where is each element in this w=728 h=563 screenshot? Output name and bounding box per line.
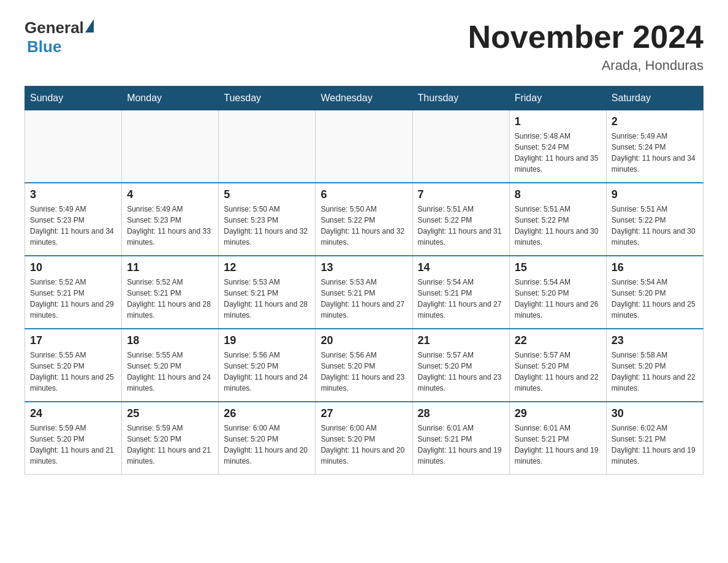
day-number: 10 (30, 261, 116, 274)
week-row-5: 24Sunrise: 5:59 AMSunset: 5:20 PMDayligh… (25, 402, 703, 475)
day-cell: 9Sunrise: 5:51 AMSunset: 5:22 PMDaylight… (606, 183, 703, 256)
day-info: Sunrise: 5:57 AMSunset: 5:20 PMDaylight:… (515, 350, 601, 394)
day-number: 27 (320, 407, 407, 420)
day-cell (25, 110, 122, 183)
day-info: Sunrise: 5:49 AMSunset: 5:24 PMDaylight:… (612, 131, 698, 175)
day-info: Sunrise: 5:49 AMSunset: 5:23 PMDaylight:… (30, 204, 116, 248)
day-info: Sunrise: 5:56 AMSunset: 5:20 PMDaylight:… (224, 350, 310, 394)
day-cell: 8Sunrise: 5:51 AMSunset: 5:22 PMDaylight… (509, 183, 606, 256)
day-info: Sunrise: 5:50 AMSunset: 5:22 PMDaylight:… (320, 204, 407, 248)
day-number: 30 (612, 407, 698, 420)
day-number: 11 (127, 261, 213, 274)
day-cell: 14Sunrise: 5:54 AMSunset: 5:21 PMDayligh… (412, 256, 509, 329)
day-number: 14 (418, 261, 504, 274)
title-section: November 2024 Arada, Honduras (468, 18, 703, 74)
day-info: Sunrise: 6:01 AMSunset: 5:21 PMDaylight:… (418, 423, 504, 467)
day-cell: 1Sunrise: 5:48 AMSunset: 5:24 PMDaylight… (509, 110, 606, 183)
weekday-header-saturday: Saturday (606, 86, 703, 110)
day-info: Sunrise: 6:01 AMSunset: 5:21 PMDaylight:… (515, 423, 601, 467)
weekday-header-wednesday: Wednesday (316, 86, 412, 110)
day-cell: 18Sunrise: 5:55 AMSunset: 5:20 PMDayligh… (122, 329, 219, 402)
day-info: Sunrise: 5:59 AMSunset: 5:20 PMDaylight:… (127, 423, 213, 467)
day-cell (122, 110, 219, 183)
day-info: Sunrise: 6:00 AMSunset: 5:20 PMDaylight:… (320, 423, 407, 467)
day-info: Sunrise: 5:53 AMSunset: 5:21 PMDaylight:… (320, 277, 407, 321)
day-cell: 25Sunrise: 5:59 AMSunset: 5:20 PMDayligh… (122, 402, 219, 475)
day-cell: 3Sunrise: 5:49 AMSunset: 5:23 PMDaylight… (25, 183, 122, 256)
day-number: 4 (127, 188, 213, 201)
day-cell: 21Sunrise: 5:57 AMSunset: 5:20 PMDayligh… (412, 329, 509, 402)
day-number: 28 (418, 407, 504, 420)
day-cell (219, 110, 316, 183)
day-number: 12 (224, 261, 310, 274)
day-number: 24 (30, 407, 116, 420)
day-cell: 19Sunrise: 5:56 AMSunset: 5:20 PMDayligh… (219, 329, 316, 402)
day-info: Sunrise: 6:00 AMSunset: 5:20 PMDaylight:… (224, 423, 310, 467)
day-number: 22 (515, 334, 601, 347)
weekday-header-tuesday: Tuesday (219, 86, 316, 110)
day-info: Sunrise: 6:02 AMSunset: 5:21 PMDaylight:… (612, 423, 698, 467)
day-cell: 2Sunrise: 5:49 AMSunset: 5:24 PMDaylight… (606, 110, 703, 183)
day-number: 2 (612, 115, 698, 128)
day-cell: 28Sunrise: 6:01 AMSunset: 5:21 PMDayligh… (412, 402, 509, 475)
day-number: 6 (320, 188, 407, 201)
day-info: Sunrise: 5:54 AMSunset: 5:21 PMDaylight:… (418, 277, 504, 321)
day-cell: 11Sunrise: 5:52 AMSunset: 5:21 PMDayligh… (122, 256, 219, 329)
day-info: Sunrise: 5:53 AMSunset: 5:21 PMDaylight:… (224, 277, 310, 321)
day-info: Sunrise: 5:55 AMSunset: 5:20 PMDaylight:… (30, 350, 116, 394)
logo-triangle-icon (85, 19, 94, 33)
day-number: 3 (30, 188, 116, 201)
day-cell: 26Sunrise: 6:00 AMSunset: 5:20 PMDayligh… (219, 402, 316, 475)
day-cell: 15Sunrise: 5:54 AMSunset: 5:20 PMDayligh… (509, 256, 606, 329)
day-info: Sunrise: 5:55 AMSunset: 5:20 PMDaylight:… (127, 350, 213, 394)
day-cell: 22Sunrise: 5:57 AMSunset: 5:20 PMDayligh… (509, 329, 606, 402)
day-cell: 13Sunrise: 5:53 AMSunset: 5:21 PMDayligh… (316, 256, 412, 329)
calendar-title: November 2024 (468, 18, 703, 55)
day-info: Sunrise: 5:56 AMSunset: 5:20 PMDaylight:… (320, 350, 407, 394)
logo: General Blue (25, 18, 94, 56)
week-row-2: 3Sunrise: 5:49 AMSunset: 5:23 PMDaylight… (25, 183, 703, 256)
day-number: 18 (127, 334, 213, 347)
calendar-table: SundayMondayTuesdayWednesdayThursdayFrid… (25, 86, 703, 475)
day-number: 7 (418, 188, 504, 201)
day-info: Sunrise: 5:59 AMSunset: 5:20 PMDaylight:… (30, 423, 116, 467)
day-number: 26 (224, 407, 310, 420)
weekday-header-thursday: Thursday (412, 86, 509, 110)
weekday-header-sunday: Sunday (25, 86, 122, 110)
day-info: Sunrise: 5:48 AMSunset: 5:24 PMDaylight:… (515, 131, 601, 175)
day-info: Sunrise: 5:57 AMSunset: 5:20 PMDaylight:… (418, 350, 504, 394)
day-number: 17 (30, 334, 116, 347)
day-number: 29 (515, 407, 601, 420)
day-number: 16 (612, 261, 698, 274)
day-number: 19 (224, 334, 310, 347)
day-info: Sunrise: 5:51 AMSunset: 5:22 PMDaylight:… (612, 204, 698, 248)
header: General Blue November 2024 Arada, Hondur… (25, 18, 703, 74)
day-info: Sunrise: 5:49 AMSunset: 5:23 PMDaylight:… (127, 204, 213, 248)
calendar-subtitle: Arada, Honduras (468, 58, 703, 74)
day-cell (316, 110, 412, 183)
day-info: Sunrise: 5:52 AMSunset: 5:21 PMDaylight:… (127, 277, 213, 321)
week-row-1: 1Sunrise: 5:48 AMSunset: 5:24 PMDaylight… (25, 110, 703, 183)
day-cell: 23Sunrise: 5:58 AMSunset: 5:20 PMDayligh… (606, 329, 703, 402)
day-info: Sunrise: 5:51 AMSunset: 5:22 PMDaylight:… (515, 204, 601, 248)
day-cell: 4Sunrise: 5:49 AMSunset: 5:23 PMDaylight… (122, 183, 219, 256)
day-info: Sunrise: 5:54 AMSunset: 5:20 PMDaylight:… (515, 277, 601, 321)
day-cell (412, 110, 509, 183)
day-number: 21 (418, 334, 504, 347)
weekday-header-row: SundayMondayTuesdayWednesdayThursdayFrid… (25, 86, 703, 110)
day-cell: 27Sunrise: 6:00 AMSunset: 5:20 PMDayligh… (316, 402, 412, 475)
day-number: 20 (320, 334, 407, 347)
logo-general-text: General (25, 18, 84, 37)
day-cell: 6Sunrise: 5:50 AMSunset: 5:22 PMDaylight… (316, 183, 412, 256)
day-cell: 24Sunrise: 5:59 AMSunset: 5:20 PMDayligh… (25, 402, 122, 475)
day-info: Sunrise: 5:50 AMSunset: 5:23 PMDaylight:… (224, 204, 310, 248)
day-cell: 16Sunrise: 5:54 AMSunset: 5:20 PMDayligh… (606, 256, 703, 329)
day-cell: 29Sunrise: 6:01 AMSunset: 5:21 PMDayligh… (509, 402, 606, 475)
day-cell: 10Sunrise: 5:52 AMSunset: 5:21 PMDayligh… (25, 256, 122, 329)
day-number: 8 (515, 188, 601, 201)
day-info: Sunrise: 5:51 AMSunset: 5:22 PMDaylight:… (418, 204, 504, 248)
day-number: 5 (224, 188, 310, 201)
logo-blue-text: Blue (27, 37, 61, 56)
day-number: 23 (612, 334, 698, 347)
day-cell: 12Sunrise: 5:53 AMSunset: 5:21 PMDayligh… (219, 256, 316, 329)
